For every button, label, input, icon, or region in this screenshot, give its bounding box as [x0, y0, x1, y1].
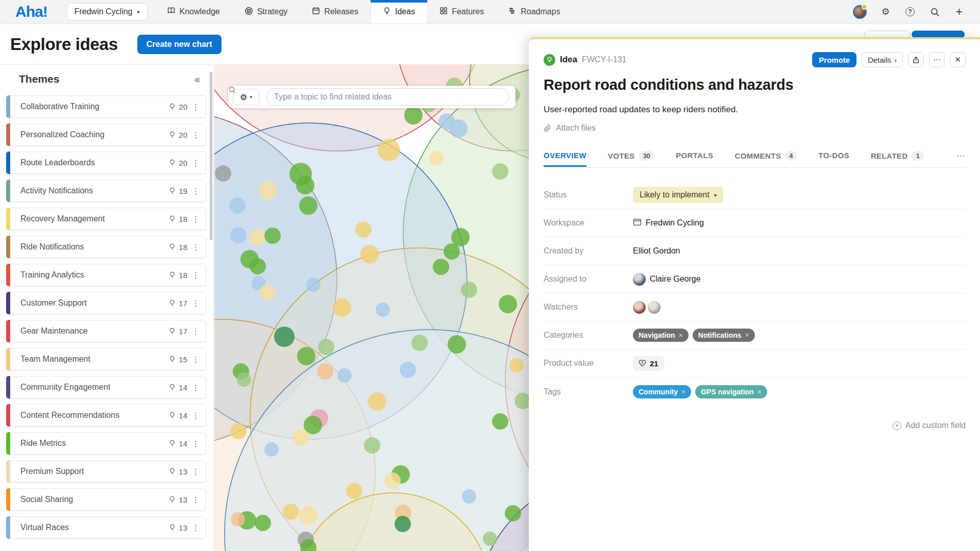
nav-tab-roadmaps[interactable]: Roadmaps: [496, 0, 572, 23]
idea-dot[interactable]: [299, 196, 317, 215]
nav-tab-features[interactable]: Features: [427, 0, 496, 23]
theme-menu-icon[interactable]: ⋮: [192, 328, 200, 335]
sidebar-item-activity-notifications[interactable]: Activity Notifications 19 ⋮: [6, 180, 206, 202]
idea-dot[interactable]: [492, 413, 508, 430]
tab-overview[interactable]: OVERVIEW: [544, 151, 586, 166]
idea-dot[interactable]: [505, 505, 521, 521]
theme-menu-icon[interactable]: ⋮: [192, 384, 200, 391]
idea-dot[interactable]: [293, 429, 309, 445]
user-avatar[interactable]: [853, 5, 867, 19]
idea-dot[interactable]: [283, 504, 299, 520]
workspace-value[interactable]: Fredwin Cycling: [646, 218, 704, 228]
nav-tab-strategy[interactable]: Strategy: [232, 0, 300, 23]
idea-dot[interactable]: [255, 515, 271, 531]
idea-description[interactable]: User-reported road updates to keep rider…: [544, 105, 966, 115]
idea-dot[interactable]: [250, 258, 266, 274]
idea-dot[interactable]: [404, 106, 423, 124]
tag-pill-community[interactable]: Community×: [633, 385, 691, 398]
idea-dot[interactable]: [346, 483, 362, 499]
idea-dot[interactable]: [509, 358, 524, 372]
idea-dot[interactable]: [231, 512, 245, 527]
sidebar-item-personalized-coaching[interactable]: Personalized Coaching 20 ⋮: [6, 123, 206, 146]
theme-menu-icon[interactable]: ⋮: [192, 496, 200, 504]
idea-dot[interactable]: [384, 472, 401, 489]
remove-icon[interactable]: ×: [757, 388, 762, 396]
idea-dot[interactable]: [376, 303, 390, 317]
promote-button[interactable]: Promote: [812, 52, 856, 67]
theme-menu-icon[interactable]: ⋮: [192, 159, 200, 167]
idea-dot[interactable]: [411, 335, 428, 351]
sidebar-item-training-analytics[interactable]: Training Analytics 18 ⋮: [6, 264, 206, 286]
sidebar-item-premium-support[interactable]: Premium Support 13 ⋮: [6, 460, 206, 483]
sidebar-scrollbar[interactable]: [210, 72, 212, 240]
idea-dot[interactable]: [264, 442, 279, 457]
sidebar-item-route-leaderboards[interactable]: Route Leaderboards 20 ⋮: [6, 152, 206, 174]
tab-comments[interactable]: COMMENTS4: [734, 151, 797, 167]
sidebar-item-collaborative-training[interactable]: Collaborative Training 20 ⋮: [6, 95, 206, 118]
idea-dot[interactable]: [451, 228, 470, 246]
tab-to-dos[interactable]: TO-DOS: [818, 151, 849, 166]
sidebar-item-ride-notifications[interactable]: Ride Notifications 18 ⋮: [6, 236, 206, 258]
idea-dot[interactable]: [462, 489, 476, 504]
tag-pill-gps-navigation[interactable]: GPS navigation×: [695, 385, 767, 398]
theme-menu-icon[interactable]: ⋮: [192, 131, 200, 139]
theme-menu-icon[interactable]: ⋮: [192, 524, 200, 532]
plus-icon[interactable]: +: [953, 6, 965, 17]
idea-dot[interactable]: [400, 362, 416, 378]
theme-menu-icon[interactable]: ⋮: [192, 356, 200, 363]
idea-dot[interactable]: [444, 243, 460, 260]
nav-tab-ideas[interactable]: Ideas: [371, 0, 427, 23]
attach-files[interactable]: Attach files: [544, 123, 966, 133]
idea-dot[interactable]: [237, 372, 251, 387]
idea-dot[interactable]: [306, 278, 321, 292]
tabs-overflow-icon[interactable]: ⋯: [957, 151, 966, 167]
more-button[interactable]: ⋯: [929, 52, 945, 67]
sidebar-item-virtual-races[interactable]: Virtual Races 13 ⋮: [6, 516, 206, 539]
created-by-value[interactable]: Elliot Gordon: [633, 246, 680, 256]
idea-dot[interactable]: [274, 327, 295, 347]
remove-icon[interactable]: ×: [681, 388, 685, 396]
collapse-sidebar-icon[interactable]: «: [194, 73, 200, 85]
share-button[interactable]: [908, 52, 924, 67]
idea-dot[interactable]: [299, 506, 317, 524]
idea-dot[interactable]: [333, 298, 351, 317]
idea-dot[interactable]: [433, 259, 449, 275]
idea-dot[interactable]: [297, 347, 315, 365]
idea-dot[interactable]: [264, 228, 281, 244]
close-button[interactable]: ✕: [950, 52, 966, 67]
watcher-avatar[interactable]: [648, 301, 660, 314]
theme-menu-icon[interactable]: ⋮: [192, 187, 200, 195]
sidebar-item-community-engagement[interactable]: Community Engagement 14 ⋮: [6, 376, 206, 398]
theme-menu-icon[interactable]: ⋮: [192, 468, 200, 475]
idea-dot[interactable]: [395, 516, 411, 532]
idea-dot[interactable]: [368, 392, 386, 411]
sidebar-item-content-recommendations[interactable]: Content Recommendations 14 ⋮: [6, 404, 206, 427]
gear-icon[interactable]: ⚙: [880, 6, 891, 17]
create-new-chart-button[interactable]: Create new chart: [137, 35, 222, 54]
idea-dot[interactable]: [229, 197, 246, 214]
idea-dot[interactable]: [492, 163, 508, 180]
theme-menu-icon[interactable]: ⋮: [192, 103, 200, 111]
help-icon[interactable]: ?: [904, 6, 916, 17]
aha-logo[interactable]: Aha!: [15, 3, 47, 20]
idea-dot[interactable]: [429, 151, 444, 165]
idea-dot[interactable]: [448, 335, 466, 354]
workspace-switcher[interactable]: Fredwin Cycling ▾: [67, 3, 148, 20]
theme-menu-icon[interactable]: ⋮: [192, 271, 200, 279]
idea-dot[interactable]: [250, 229, 266, 245]
idea-dot[interactable]: [318, 339, 334, 355]
idea-dot[interactable]: [230, 227, 247, 243]
status-dropdown[interactable]: Likely to implement ▾: [633, 187, 723, 203]
theme-menu-icon[interactable]: ⋮: [192, 412, 200, 419]
watcher-avatar[interactable]: [633, 301, 646, 314]
sidebar-item-ride-metrics[interactable]: Ride Metrics 14 ⋮: [6, 432, 206, 455]
sidebar-item-customer-support[interactable]: Customer Support 17 ⋮: [6, 292, 206, 314]
tab-votes[interactable]: VOTES30: [608, 151, 654, 167]
chart-settings-button[interactable]: ⚙ ▾: [233, 89, 259, 105]
idea-dot[interactable]: [259, 284, 276, 300]
search-icon[interactable]: [929, 6, 940, 17]
idea-dot[interactable]: [378, 139, 400, 161]
idea-dot[interactable]: [215, 165, 231, 182]
idea-dot[interactable]: [360, 245, 379, 263]
idea-dot[interactable]: [296, 176, 314, 194]
